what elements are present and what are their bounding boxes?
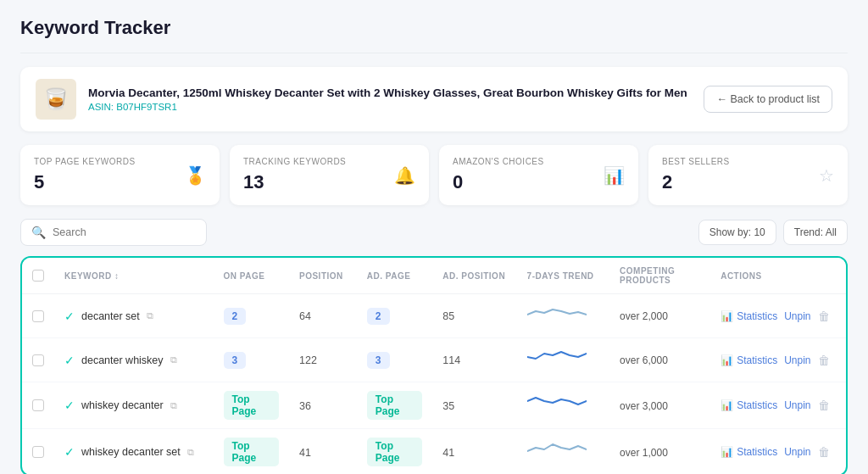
td-competing: over 3,000 (609, 382, 710, 429)
td-ad-position: 41 (432, 429, 516, 475)
row-checkbox[interactable] (32, 399, 44, 411)
td-checkbox (22, 338, 54, 382)
stat-card-top-page: TOP PAGE KEYWORDS 5 🏅 (20, 145, 220, 205)
product-image: 🥃 (36, 79, 76, 120)
search-icon: 🔍 (31, 226, 46, 239)
row-checkbox[interactable] (32, 354, 44, 366)
delete-button[interactable]: 🗑 (818, 445, 830, 459)
position-value: 41 (299, 447, 311, 459)
statistics-button[interactable]: 📊 Statistics (721, 446, 777, 458)
th-competing-products: COMPETING PRODUCTS (609, 258, 710, 294)
product-title: Morvia Decanter, 1250ml Whiskey Decanter… (88, 86, 687, 99)
td-position: 122 (289, 338, 357, 382)
statistics-button[interactable]: 📊 Statistics (721, 354, 777, 366)
unpin-button[interactable]: Unpin (784, 354, 810, 366)
competing-value: over 1,000 (620, 447, 668, 459)
delete-button[interactable]: 🗑 (818, 399, 830, 412)
stat-label-top-page: TOP PAGE KEYWORDS (34, 157, 136, 166)
stat-value-amazon-choice: 0 (453, 171, 544, 193)
td-keyword: ✓ decanter set ⧉ (54, 294, 214, 338)
check-icon: ✓ (64, 354, 75, 367)
ad-position-value: 114 (442, 354, 460, 366)
delete-button[interactable]: 🗑 (818, 309, 830, 323)
stat-card-best-sellers: BEST SELLERS 2 ☆ (648, 145, 848, 205)
product-asin: ASIN: B07HF9TSR1 (88, 102, 687, 112)
keyword-name: decanter whiskey (81, 354, 164, 366)
stat-card-amazon-choice: AMAZON'S CHOICES 0 📊 (439, 145, 638, 205)
divider (20, 53, 848, 53)
bar-chart-icon: 📊 (721, 399, 733, 411)
copy-icon[interactable]: ⧉ (187, 447, 194, 458)
stat-label-tracking: TRACKING KEYWORDS (243, 157, 346, 166)
td-actions: 📊 Statistics Unpin 🗑 (710, 429, 846, 475)
stat-icon-amazon-choice: 📊 (604, 165, 625, 186)
copy-icon[interactable]: ⧉ (147, 310, 153, 321)
td-ad-page: 2 (357, 294, 432, 338)
ad-page-badge: 2 (367, 308, 390, 325)
th-ad-position: AD. POSITION (432, 258, 516, 294)
product-card-left: 🥃 Morvia Decanter, 1250ml Whiskey Decant… (36, 79, 687, 120)
header-checkbox[interactable] (32, 270, 44, 282)
th-ad-page: AD. PAGE (357, 258, 432, 294)
row-checkbox[interactable] (32, 446, 44, 458)
td-on-page: 2 (214, 294, 289, 338)
td-position: 41 (289, 429, 357, 475)
back-to-product-list-button[interactable]: ← Back to product list (704, 86, 832, 113)
delete-button[interactable]: 🗑 (818, 354, 830, 367)
stat-label-best-sellers: BEST SELLERS (662, 157, 730, 166)
td-ad-page: 3 (357, 338, 432, 382)
statistics-label: Statistics (737, 310, 777, 322)
product-card: 🥃 Morvia Decanter, 1250ml Whiskey Decant… (20, 67, 848, 131)
td-trend (517, 429, 610, 475)
on-page-badge: 2 (224, 308, 247, 325)
td-on-page: Top Page (214, 429, 289, 475)
ad-page-badge: Top Page (367, 438, 422, 466)
table-row: ✓ whiskey decanter set ⧉ Top Page 41 Top… (22, 429, 846, 475)
stat-icon-top-page: 🏅 (185, 165, 206, 186)
unpin-button[interactable]: Unpin (784, 399, 810, 411)
th-checkbox (22, 258, 54, 294)
stat-label-amazon-choice: AMAZON'S CHOICES (453, 157, 544, 166)
statistics-label: Statistics (737, 399, 777, 411)
copy-icon[interactable]: ⧉ (170, 354, 177, 365)
td-trend (517, 338, 610, 382)
statistics-button[interactable]: 📊 Statistics (721, 399, 777, 411)
td-actions: 📊 Statistics Unpin 🗑 (710, 338, 846, 382)
td-keyword: ✓ decanter whiskey ⧉ (54, 338, 214, 382)
check-icon: ✓ (64, 309, 75, 323)
td-on-page: 3 (214, 338, 289, 382)
unpin-button[interactable]: Unpin (784, 446, 810, 458)
td-actions: 📊 Statistics Unpin 🗑 (710, 294, 846, 338)
controls-row: 🔍 Show by: 10 Trend: All (20, 219, 848, 246)
stat-value-tracking: 13 (243, 171, 346, 193)
th-position: POSITION (289, 258, 357, 294)
td-competing: over 1,000 (609, 429, 710, 475)
keyword-name: decanter set (81, 310, 140, 322)
td-ad-page: Top Page (357, 382, 432, 429)
td-position: 64 (289, 294, 357, 338)
stats-row: TOP PAGE KEYWORDS 5 🏅 TRACKING KEYWORDS … (20, 145, 848, 205)
copy-icon[interactable]: ⧉ (170, 400, 177, 411)
td-position: 36 (289, 382, 357, 429)
th-keyword[interactable]: KEYWORD ↕ (54, 258, 214, 294)
td-keyword: ✓ whiskey decanter ⧉ (54, 382, 214, 429)
show-by-button[interactable]: Show by: 10 (698, 220, 776, 245)
on-page-badge: Top Page (224, 391, 279, 420)
stat-value-best-sellers: 2 (662, 171, 730, 193)
ad-page-badge: 3 (367, 352, 390, 369)
trend-filter-button[interactable]: Trend: All (783, 220, 848, 245)
star-icon: ☆ (819, 165, 834, 186)
ad-position-value: 35 (442, 400, 454, 412)
controls-right: Show by: 10 Trend: All (698, 220, 848, 245)
position-value: 64 (299, 310, 311, 322)
th-7-days-trend: 7-DAYS TREND (517, 258, 610, 294)
position-value: 122 (299, 354, 317, 366)
unpin-button[interactable]: Unpin (784, 310, 810, 322)
td-on-page: Top Page (214, 382, 289, 429)
td-checkbox (22, 294, 54, 338)
search-box[interactable]: 🔍 (20, 219, 207, 246)
statistics-button[interactable]: 📊 Statistics (721, 310, 777, 322)
search-input[interactable] (53, 226, 196, 238)
row-checkbox[interactable] (32, 310, 44, 322)
table-row: ✓ decanter set ⧉ 2 64 2 85 over 2,000 (22, 294, 846, 338)
